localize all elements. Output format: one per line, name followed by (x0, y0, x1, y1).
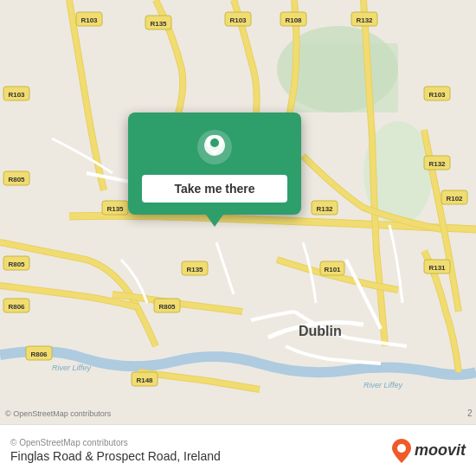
svg-text:R805: R805 (158, 303, 176, 311)
svg-text:R103: R103 (8, 91, 25, 99)
svg-text:R108: R108 (285, 16, 302, 24)
map-pin-icon (196, 128, 234, 166)
moovit-pin-icon (392, 439, 411, 463)
bottom-left: © OpenStreetMap contributors Finglas Roa… (10, 438, 221, 463)
svg-text:R101: R101 (324, 266, 341, 273)
svg-text:R805: R805 (8, 261, 25, 268)
location-name: Finglas Road & Prospect Road, Ireland (10, 449, 221, 463)
svg-text:2: 2 (467, 408, 473, 418)
svg-text:R131: R131 (428, 264, 446, 272)
svg-text:R103: R103 (229, 16, 247, 24)
svg-text:River Liffey: River Liffey (52, 363, 92, 372)
svg-text:R102: R102 (446, 195, 463, 203)
map-container: River Liffey River Liffey (0, 0, 476, 424)
svg-text:R148: R148 (136, 376, 153, 384)
svg-text:R132: R132 (316, 205, 333, 213)
svg-text:R103: R103 (428, 91, 446, 99)
moovit-logo: moovit (392, 439, 466, 463)
bottom-bar: © OpenStreetMap contributors Finglas Roa… (0, 424, 476, 476)
svg-point-52 (210, 138, 219, 147)
take-me-there-button[interactable]: Take me there (142, 175, 287, 203)
svg-text:© OpenStreetMap contributors: © OpenStreetMap contributors (5, 409, 112, 418)
svg-text:R135: R135 (106, 205, 124, 213)
svg-rect-2 (294, 43, 398, 113)
svg-text:Dublin: Dublin (299, 324, 342, 338)
svg-text:River Liffey: River Liffey (363, 381, 403, 389)
map-attribution: © OpenStreetMap contributors (10, 438, 221, 447)
svg-text:R103: R103 (80, 16, 98, 24)
svg-text:R806: R806 (30, 351, 48, 358)
moovit-brand-text: moovit (415, 441, 466, 460)
svg-text:R135: R135 (150, 20, 167, 28)
svg-text:R132: R132 (356, 16, 373, 24)
location-popup: Take me there (128, 113, 301, 215)
svg-text:R806: R806 (8, 303, 25, 311)
svg-text:R132: R132 (428, 160, 446, 168)
svg-text:R805: R805 (8, 176, 25, 183)
svg-text:R135: R135 (186, 266, 203, 273)
svg-point-53 (397, 444, 406, 453)
